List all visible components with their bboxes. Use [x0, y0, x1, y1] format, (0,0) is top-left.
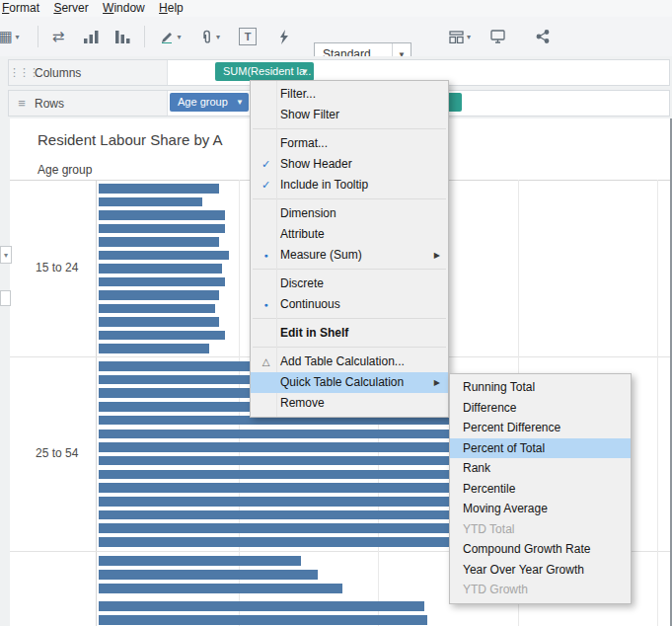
menu-separator: [253, 347, 446, 348]
chevron-down-icon[interactable]: ▼: [236, 93, 244, 112]
group-members-icon[interactable]: ▾: [193, 25, 227, 48]
sort-descending-icon[interactable]: [109, 25, 136, 48]
tableau-window: Format Server Window Help ▦▾ ⇄ ▾ ▾ T Sta…: [0, 0, 672, 626]
quick-table-calculation-submenu: Running Total Difference Percent Differe…: [449, 373, 632, 604]
menu-bar: Format Server Window Help: [0, 0, 672, 17]
rows-shelf-label: ≡ Rows: [9, 91, 168, 116]
ctx-item-dimension[interactable]: Dimension: [251, 203, 448, 224]
table-calculation-delta-icon: △: [259, 352, 273, 372]
pill-label: Age group: [178, 96, 228, 108]
toolbar-separator: [144, 26, 145, 47]
ctx-item-show-filter[interactable]: Show Filter: [251, 105, 448, 125]
menu-server[interactable]: Server: [51, 0, 97, 15]
radio-selected-icon: ●: [259, 245, 273, 266]
rows-shelf-text: Rows: [35, 97, 64, 111]
sub-item-rank[interactable]: Rank: [450, 458, 631, 479]
new-worksheet-icon[interactable]: ▦▾: [0, 25, 26, 48]
ctx-item-edit-in-shelf[interactable]: Edit in Shelf: [251, 323, 448, 344]
swap-rows-columns-icon[interactable]: ⇄: [43, 25, 73, 48]
columns-grid-icon: ⋮⋮⋮: [9, 66, 35, 79]
sub-item-difference[interactable]: Difference: [450, 398, 631, 419]
pill-label: SUM(Resident la..: [223, 65, 311, 77]
ctx-item-discrete[interactable]: Discrete: [251, 274, 448, 294]
sheet-title: Resident Labour Share by A: [37, 131, 223, 148]
ctx-item-quick-table-calculation[interactable]: Quick Table Calculation▶: [251, 372, 448, 393]
sub-item-percentile[interactable]: Percentile: [450, 479, 631, 500]
chevron-down-icon: ▾: [467, 33, 471, 41]
submenu-arrow-icon: ▶: [434, 245, 440, 266]
menu-help[interactable]: Help: [157, 0, 192, 15]
clipped-dropdown-fragment[interactable]: ▾: [0, 246, 12, 264]
menu-separator: [253, 128, 446, 129]
presentation-mode-icon[interactable]: [484, 25, 511, 48]
show-mark-labels-icon[interactable]: T: [235, 25, 261, 48]
ctx-item-show-header[interactable]: ✓Show Header: [251, 154, 448, 175]
sort-ascending-icon[interactable]: [77, 25, 105, 48]
menu-separator: [253, 198, 446, 199]
sub-item-compound-growth-rate[interactable]: Compound Growth Rate: [450, 539, 631, 560]
ctx-item-continuous[interactable]: ●Continuous: [251, 294, 448, 315]
row-field-header[interactable]: Age group: [37, 163, 92, 177]
menu-window[interactable]: Window: [101, 0, 154, 15]
sub-item-ytd-growth: YTD Growth: [450, 580, 631, 600]
sub-item-running-total[interactable]: Running Total: [450, 377, 631, 398]
columns-shelf-text: Columns: [35, 66, 81, 80]
chevron-down-icon: ▾: [216, 33, 220, 41]
check-icon: ✓: [259, 175, 273, 196]
sub-item-moving-average[interactable]: Moving Average: [450, 499, 631, 519]
rows-lines-icon: ≡: [9, 96, 35, 111]
sub-item-ytd-total: YTD Total: [450, 519, 631, 540]
pill-context-menu: Filter... Show Filter Format... ✓Show He…: [250, 80, 449, 418]
row-label-25-to-54[interactable]: 25 to 54: [36, 446, 78, 460]
ctx-item-include-in-tooltip[interactable]: ✓Include in Tooltip: [251, 175, 448, 196]
chevron-down-icon: ▾: [177, 33, 181, 41]
sub-item-year-over-year-growth[interactable]: Year Over Year Growth: [450, 560, 631, 581]
ctx-item-format[interactable]: Format...: [251, 133, 448, 154]
columns-shelf-label: ⋮⋮⋮ Columns: [9, 60, 168, 85]
fix-axes-icon[interactable]: [270, 25, 296, 48]
row-label-15-to-24[interactable]: 15 to 24: [36, 261, 78, 274]
radio-selected-icon: ●: [259, 294, 273, 315]
ctx-item-add-table-calculation[interactable]: △Add Table Calculation...: [251, 352, 448, 372]
axis-divider: [96, 180, 97, 626]
sub-item-percent-difference[interactable]: Percent Difference: [450, 418, 631, 438]
share-workbook-icon[interactable]: [529, 25, 557, 48]
ctx-item-measure-sum[interactable]: ●Measure (Sum)▶: [251, 245, 448, 266]
ctx-item-remove[interactable]: Remove: [251, 393, 448, 414]
collapsed-left-panel: [0, 118, 10, 626]
rows-pill-age-group[interactable]: Age group ▼: [170, 93, 249, 112]
chevron-down-icon[interactable]: ▼: [301, 62, 309, 81]
highlight-icon[interactable]: ▾: [154, 25, 187, 48]
clipped-control-fragment[interactable]: [0, 290, 11, 306]
toolbar: ▦▾ ⇄ ▾ ▾ T Standard ▼ ▾: [0, 17, 672, 57]
submenu-arrow-icon: ▶: [434, 372, 440, 393]
check-icon: ✓: [259, 154, 273, 175]
sub-item-percent-of-total[interactable]: Percent of Total: [450, 438, 631, 459]
menu-separator: [253, 269, 446, 270]
ctx-item-attribute[interactable]: Attribute: [251, 224, 448, 245]
columns-pill-sum-resident[interactable]: SUM(Resident la.. ▼: [215, 62, 314, 81]
show-hide-cards-icon[interactable]: ▾: [442, 25, 478, 48]
ctx-item-filter[interactable]: Filter...: [251, 84, 448, 105]
menu-format[interactable]: Format: [0, 0, 48, 15]
toolbar-separator: [37, 26, 38, 47]
label-t-glyph: T: [239, 28, 257, 45]
menu-separator: [253, 318, 446, 319]
chevron-down-icon: ▾: [16, 33, 20, 41]
